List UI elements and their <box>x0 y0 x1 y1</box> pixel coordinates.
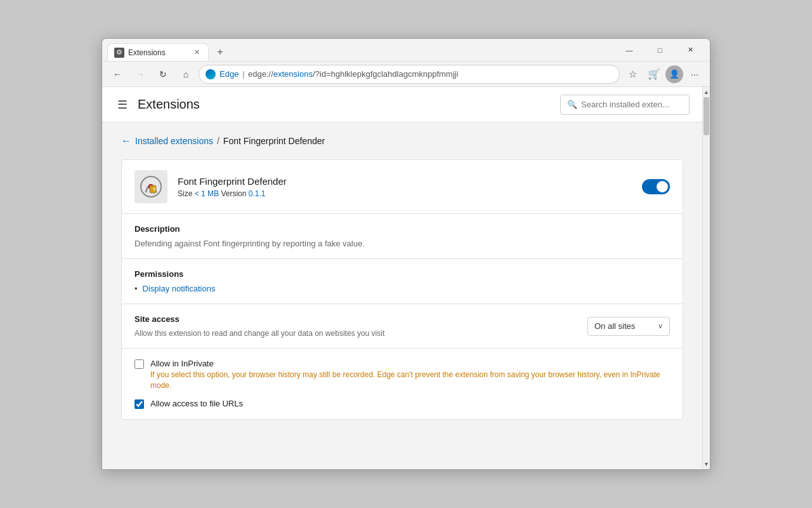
site-access-dropdown[interactable]: On all sites ∨ <box>587 317 670 336</box>
home-button[interactable]: ⌂ <box>176 64 196 84</box>
search-box[interactable]: 🔍 <box>560 95 690 115</box>
page-body: ← Installed extensions / Font Fingerprin… <box>102 123 702 469</box>
extensions-header: ☰ Extensions 🔍 <box>102 87 702 123</box>
maximize-button[interactable]: □ <box>645 40 674 60</box>
extension-icon: T <box>134 170 167 203</box>
tab-close-button[interactable]: ✕ <box>192 48 202 58</box>
main-content: ☰ Extensions 🔍 ← Installed extensions / … <box>102 87 702 469</box>
checkbox-section: Allow in InPrivate If you select this op… <box>122 349 683 419</box>
permissions-title: Permissions <box>134 269 670 279</box>
back-button[interactable]: ← <box>107 64 128 84</box>
address-path: extensions <box>273 69 313 79</box>
more-tools-button[interactable]: ··· <box>684 64 705 84</box>
inprivate-label: Allow in InPrivate <box>150 359 670 368</box>
extension-toggle[interactable] <box>642 179 670 194</box>
address-text: Edge | edge://extensions/?id=hghlklepkgf… <box>219 69 613 79</box>
version-label: Version <box>221 189 246 198</box>
tab-title: Extensions <box>128 48 188 57</box>
address-brand: Edge <box>219 69 239 79</box>
description-title: Description <box>134 224 670 234</box>
forward-button[interactable]: → <box>130 64 150 84</box>
extension-info: Font Fingerprint Defender Size < 1 MB Ve… <box>178 176 642 198</box>
scroll-up-button[interactable]: ▲ <box>703 87 710 97</box>
header-left: ☰ Extensions <box>115 95 200 114</box>
scrollbar: ▲ ▼ <box>702 87 710 469</box>
scrollbar-thumb[interactable] <box>704 97 709 135</box>
tab-favicon: ⚙ <box>114 48 124 58</box>
minimize-button[interactable]: — <box>615 40 644 60</box>
inprivate-row: Allow in InPrivate If you select this op… <box>134 359 670 391</box>
file-urls-row: Allow access to file URLs <box>134 399 670 409</box>
toolbar-icons: ☆ 🛒 👤 ··· <box>622 64 705 84</box>
active-tab[interactable]: ⚙ Extensions ✕ <box>107 43 209 61</box>
site-access-text: Allow this extension to read and change … <box>134 329 587 338</box>
description-text: Defending against Font fingerprinting by… <box>134 239 670 248</box>
inprivate-sublabel: If you select this option, your browser … <box>150 370 670 391</box>
extension-meta: Size < 1 MB Version 0.1.1 <box>178 189 642 198</box>
refresh-button[interactable]: ↻ <box>153 64 173 84</box>
inprivate-checkbox[interactable] <box>134 359 144 369</box>
breadcrumb-separator: / <box>217 136 219 146</box>
bullet-icon: • <box>134 284 138 293</box>
address-prefix: edge:// <box>248 69 273 79</box>
version-value: 0.1.1 <box>249 189 266 198</box>
permission-item: • Display notifications <box>134 284 670 293</box>
scroll-down-button[interactable]: ▼ <box>703 459 710 469</box>
search-input[interactable] <box>581 100 683 109</box>
site-access-info: Site access Allow this extension to read… <box>134 314 587 338</box>
dropdown-arrow-icon: ∨ <box>658 322 663 330</box>
nav-bar: ← → ↻ ⌂ Edge | edge://extensions/?id=hgh… <box>102 62 710 87</box>
collections-button[interactable]: 🛒 <box>644 64 664 84</box>
svg-text:T: T <box>153 187 156 192</box>
address-bar[interactable]: Edge | edge://extensions/?id=hghlklepkgf… <box>199 65 620 84</box>
breadcrumb-parent-link[interactable]: Installed extensions <box>135 136 213 146</box>
favorites-button[interactable]: ☆ <box>622 64 643 84</box>
new-tab-button[interactable]: + <box>211 43 229 61</box>
dropdown-value: On all sites <box>594 321 635 331</box>
menu-icon[interactable]: ☰ <box>115 95 130 114</box>
file-urls-label: Allow access to file URLs <box>150 399 243 408</box>
permission-list: • Display notifications <box>134 284 670 293</box>
content-area: ☰ Extensions 🔍 ← Installed extensions / … <box>102 87 710 469</box>
size-value: < 1 MB <box>195 189 221 198</box>
close-button[interactable]: ✕ <box>676 40 705 60</box>
description-section: Description Defending against Font finge… <box>122 214 683 259</box>
browser-window: ⚙ Extensions ✕ + — □ ✕ ← → ↻ ⌂ Edge | ed… <box>102 38 710 470</box>
address-separator: | <box>242 69 247 79</box>
title-bar: ⚙ Extensions ✕ + — □ ✕ <box>102 39 710 62</box>
site-access-row: Site access Allow this extension to read… <box>134 314 670 338</box>
extension-header-section: T Font Fingerprint Defender Size < 1 MB … <box>122 160 683 214</box>
breadcrumb: ← Installed extensions / Font Fingerprin… <box>121 135 683 147</box>
site-access-section: Site access Allow this extension to read… <box>122 304 683 349</box>
search-icon: 🔍 <box>567 100 577 109</box>
breadcrumb-back-arrow[interactable]: ← <box>121 135 131 147</box>
extension-name: Font Fingerprint Defender <box>178 176 642 187</box>
window-controls: — □ ✕ <box>615 40 705 60</box>
breadcrumb-current: Font Fingerprint Defender <box>223 136 325 146</box>
scrollbar-track[interactable] <box>703 97 710 459</box>
file-urls-checkbox[interactable] <box>134 399 144 409</box>
site-access-title: Site access <box>134 314 587 324</box>
address-params: /?id=hghlklepkgfgclahdlagcmknppfmmjji <box>313 69 458 79</box>
tab-area: ⚙ Extensions ✕ + <box>107 39 615 61</box>
page-title: Extensions <box>138 97 200 112</box>
extension-card: T Font Fingerprint Defender Size < 1 MB … <box>121 159 683 420</box>
permissions-section: Permissions • Display notifications <box>122 259 683 304</box>
permission-text: Display notifications <box>143 284 216 293</box>
inprivate-label-wrap: Allow in InPrivate If you select this op… <box>150 359 670 391</box>
size-label: Size <box>178 189 192 198</box>
extension-icon-wrap: T <box>134 170 167 203</box>
edge-logo-icon <box>206 69 216 79</box>
profile-button[interactable]: 👤 <box>665 65 683 83</box>
